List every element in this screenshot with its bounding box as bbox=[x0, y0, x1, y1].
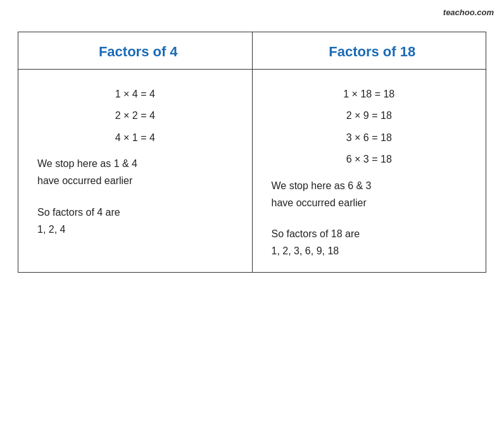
left-eq-1: 1 × 4 = 4 bbox=[37, 85, 239, 104]
left-summary-line1: So factors of 4 are bbox=[37, 204, 239, 221]
left-stop-line1: We stop here as 1 & 4 bbox=[37, 155, 239, 172]
left-eq-2: 2 × 2 = 4 bbox=[37, 106, 239, 125]
watermark-text: teachoo.com bbox=[443, 8, 494, 17]
factors-table: Factors of 4 Factors of 18 1 × 4 = 4 2 ×… bbox=[18, 32, 486, 273]
right-eq-2: 2 × 9 = 18 bbox=[272, 106, 474, 125]
left-column-cell: 1 × 4 = 4 2 × 2 = 4 4 × 1 = 4 We stop he… bbox=[18, 70, 253, 273]
right-eq-1: 1 × 18 = 18 bbox=[272, 85, 474, 104]
left-summary-line2: 1, 2, 4 bbox=[37, 221, 239, 238]
right-eq-3: 3 × 6 = 18 bbox=[272, 128, 474, 147]
left-eq-3: 4 × 1 = 4 bbox=[37, 128, 239, 147]
right-column-header: Factors of 18 bbox=[252, 32, 486, 70]
right-eq-4: 6 × 3 = 18 bbox=[272, 150, 474, 169]
right-summary-line2: 1, 2, 3, 6, 9, 18 bbox=[272, 242, 474, 259]
left-column-header: Factors of 4 bbox=[18, 32, 253, 70]
right-stop-line1: We stop here as 6 & 3 bbox=[272, 177, 474, 194]
left-stop-line2: have occurred earlier bbox=[37, 172, 239, 189]
right-stop-line2: have occurred earlier bbox=[272, 194, 474, 211]
right-summary-line1: So factors of 18 are bbox=[272, 225, 474, 242]
right-column-cell: 1 × 18 = 18 2 × 9 = 18 3 × 6 = 18 6 × 3 … bbox=[252, 70, 486, 273]
